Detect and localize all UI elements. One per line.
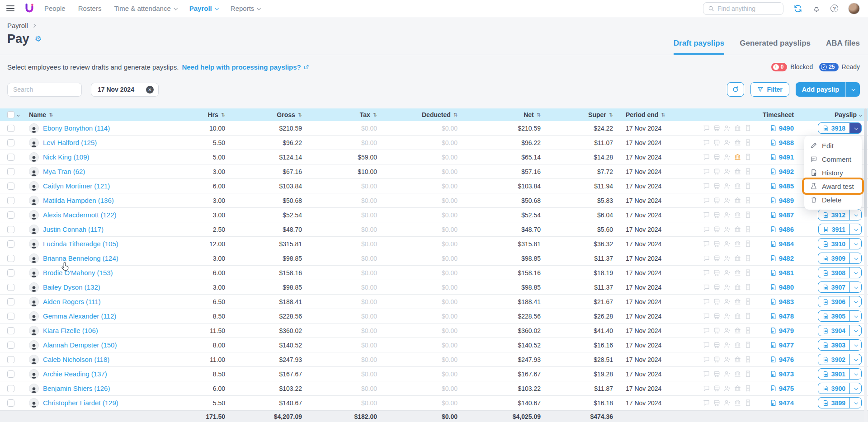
user-avatar[interactable] bbox=[848, 3, 860, 14]
tab-draft-payslips[interactable]: Draft payslips bbox=[674, 39, 724, 55]
employee-name-link[interactable]: Ebony Bonython (114) bbox=[43, 124, 110, 132]
row-checkbox[interactable] bbox=[7, 284, 14, 291]
payslip-button[interactable]: 3910 bbox=[818, 238, 862, 249]
row-checkbox[interactable] bbox=[7, 211, 14, 219]
employee-name-link[interactable]: Benjamin Shiers (126) bbox=[43, 384, 110, 392]
timesheet-link[interactable]: 9480 bbox=[770, 283, 794, 291]
nav-item-reports[interactable]: Reports bbox=[231, 5, 260, 12]
timesheet-link[interactable]: 9483 bbox=[770, 298, 794, 305]
select-all-dropdown-icon[interactable] bbox=[17, 113, 20, 116]
row-checkbox[interactable] bbox=[7, 168, 14, 175]
timesheet-link[interactable]: 9488 bbox=[770, 139, 794, 146]
global-search[interactable] bbox=[703, 2, 783, 15]
payslip-button[interactable]: 3904 bbox=[818, 325, 862, 336]
col-header-payslip[interactable]: Payslip bbox=[794, 111, 862, 118]
employee-name-link[interactable]: Aiden Rogers (111) bbox=[43, 298, 101, 305]
col-header-name[interactable]: Name⇅ bbox=[29, 111, 182, 118]
nav-item-people[interactable]: People bbox=[44, 5, 66, 12]
payslip-button[interactable]: 3905 bbox=[818, 310, 862, 322]
row-checkbox[interactable] bbox=[7, 370, 14, 378]
payslip-dropdown[interactable] bbox=[849, 239, 861, 249]
timesheet-link[interactable]: 9485 bbox=[770, 182, 794, 190]
employee-name-link[interactable]: Nick King (109) bbox=[43, 153, 90, 161]
help-processing-link[interactable]: Need help with processing payslips? bbox=[182, 63, 309, 71]
payslip-dropdown[interactable] bbox=[849, 340, 861, 350]
timesheet-link[interactable]: 9475 bbox=[770, 384, 794, 392]
sort-icon[interactable]: ⇅ bbox=[661, 112, 665, 118]
employee-name-link[interactable]: Kiara Fizelle (106) bbox=[43, 327, 98, 334]
employee-name-link[interactable]: Brianna Bennelong (124) bbox=[43, 254, 118, 262]
breadcrumb-payroll[interactable]: Payroll bbox=[7, 22, 28, 29]
payslip-dropdown[interactable] bbox=[849, 267, 861, 278]
payslip-dropdown[interactable] bbox=[849, 398, 861, 408]
select-all-checkbox[interactable] bbox=[7, 111, 14, 118]
timesheet-link[interactable]: 9473 bbox=[770, 370, 794, 378]
sort-icon[interactable]: ⇅ bbox=[537, 112, 541, 118]
payslip-button[interactable]: 3903 bbox=[818, 339, 862, 351]
notifications-bell-icon[interactable] bbox=[812, 4, 821, 13]
payslip-button[interactable]: 3902 bbox=[818, 354, 862, 365]
menu-item-edit[interactable]: Edit bbox=[804, 139, 862, 152]
employee-name-link[interactable]: Justin Connah (117) bbox=[43, 225, 104, 233]
timesheet-link[interactable]: 9492 bbox=[770, 168, 794, 175]
add-payslip-button[interactable]: Add payslip bbox=[796, 82, 860, 97]
row-checkbox[interactable] bbox=[7, 269, 14, 277]
tab-generated-payslips[interactable]: Generated payslips bbox=[740, 39, 811, 55]
payslip-dropdown[interactable] bbox=[849, 354, 861, 365]
row-checkbox[interactable] bbox=[7, 154, 14, 161]
menu-item-delete[interactable]: Delete bbox=[804, 193, 862, 206]
employee-name-link[interactable]: Gemma Alexander (112) bbox=[43, 312, 116, 320]
sort-icon[interactable]: ⇅ bbox=[298, 112, 302, 118]
employee-name-link[interactable]: Mya Tran (62) bbox=[43, 168, 85, 175]
payslip-button[interactable]: 3918 bbox=[818, 122, 862, 134]
scrollbar-thumb[interactable] bbox=[864, 108, 867, 217]
col-header-super[interactable]: Super⇅ bbox=[541, 111, 613, 118]
row-checkbox[interactable] bbox=[7, 298, 14, 305]
row-checkbox[interactable] bbox=[7, 399, 14, 407]
payslip-button[interactable]: 3901 bbox=[818, 368, 862, 380]
payslip-button[interactable]: 3900 bbox=[818, 383, 862, 394]
timesheet-link[interactable]: 9482 bbox=[770, 254, 794, 262]
global-search-input[interactable] bbox=[717, 5, 772, 12]
employee-name-link[interactable]: Caleb Nicholson (118) bbox=[43, 356, 109, 363]
tab-aba-files[interactable]: ABA files bbox=[826, 39, 860, 55]
col-header-deducted[interactable]: Deducted⇅ bbox=[377, 111, 458, 118]
employee-name-link[interactable]: Christopher Liardet (129) bbox=[43, 399, 118, 407]
brand-logo[interactable] bbox=[24, 3, 34, 14]
timesheet-link[interactable]: 9484 bbox=[770, 240, 794, 248]
employee-name-link[interactable]: Alannah Dempster (150) bbox=[43, 341, 117, 349]
col-header-tax[interactable]: Tax⇅ bbox=[302, 111, 377, 118]
row-checkbox[interactable] bbox=[7, 327, 14, 334]
settings-gear-icon[interactable]: ⚙ bbox=[35, 34, 42, 44]
refresh-button[interactable] bbox=[727, 82, 744, 97]
timesheet-link[interactable]: 9490 bbox=[770, 124, 794, 132]
payslip-dropdown[interactable] bbox=[849, 210, 861, 220]
sort-icon[interactable]: ⇅ bbox=[373, 112, 377, 118]
employee-name-link[interactable]: Lucinda Titheradge (105) bbox=[43, 240, 118, 248]
employee-name-link[interactable]: Bailey Dyson (132) bbox=[43, 283, 100, 291]
clear-date-icon[interactable]: ✕ bbox=[146, 86, 154, 94]
nav-item-rosters[interactable]: Rosters bbox=[78, 5, 102, 12]
hamburger-menu-icon[interactable] bbox=[6, 5, 14, 11]
row-checkbox[interactable] bbox=[7, 139, 14, 146]
menu-item-comment[interactable]: Comment bbox=[804, 152, 862, 166]
filter-button[interactable]: Filter bbox=[750, 82, 789, 97]
payslip-button[interactable]: 3912 bbox=[818, 209, 862, 220]
add-payslip-dropdown[interactable] bbox=[845, 82, 860, 97]
timesheet-link[interactable]: 9487 bbox=[770, 211, 794, 219]
timesheet-link[interactable]: 9489 bbox=[770, 197, 794, 204]
employee-name-link[interactable]: Brodie O'Mahony (153) bbox=[43, 269, 113, 277]
scrollbar[interactable] bbox=[864, 108, 867, 422]
row-checkbox[interactable] bbox=[7, 255, 14, 262]
row-checkbox[interactable] bbox=[7, 125, 14, 132]
row-checkbox[interactable] bbox=[7, 240, 14, 248]
payslip-button[interactable]: 3909 bbox=[818, 253, 862, 264]
sort-icon[interactable]: ⇅ bbox=[609, 112, 613, 118]
payslip-button[interactable]: 3899 bbox=[818, 397, 862, 408]
payslip-dropdown[interactable] bbox=[849, 369, 861, 379]
row-checkbox[interactable] bbox=[7, 226, 14, 233]
payslip-dropdown[interactable] bbox=[849, 123, 861, 133]
date-filter[interactable]: 17 Nov 2024 ✕ bbox=[91, 83, 159, 97]
row-checkbox[interactable] bbox=[7, 313, 14, 320]
nav-item-payroll[interactable]: Payroll bbox=[189, 5, 218, 12]
